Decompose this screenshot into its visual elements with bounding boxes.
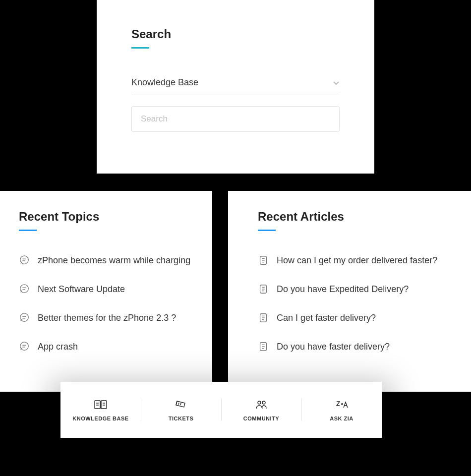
article-label: Do you have Expedited Delivery? bbox=[277, 284, 409, 295]
nav-label: KNOWLEDGE BASE bbox=[72, 416, 128, 421]
chat-icon bbox=[19, 255, 30, 266]
book-icon bbox=[94, 399, 108, 411]
svg-point-37 bbox=[258, 401, 261, 404]
article-label: Do you have faster delivery? bbox=[277, 342, 390, 352]
topic-label: zPhone becomes warm while charging bbox=[38, 255, 190, 266]
title-underline bbox=[258, 230, 276, 231]
recent-articles-list: How can I get my order delivered faster?… bbox=[258, 255, 452, 352]
svg-point-38 bbox=[262, 401, 265, 404]
list-item[interactable]: zPhone becomes warm while charging bbox=[19, 255, 193, 266]
article-icon bbox=[258, 255, 269, 266]
ticket-icon bbox=[174, 399, 188, 411]
zia-icon bbox=[335, 399, 349, 411]
search-card: Search Knowledge Base bbox=[97, 0, 374, 174]
article-icon bbox=[258, 284, 269, 295]
search-title: Search bbox=[131, 27, 340, 41]
article-label: Can I get faster delivery? bbox=[277, 313, 376, 323]
recent-topics-card: Recent Topics zPhone becomes warm while … bbox=[0, 191, 212, 392]
svg-rect-29 bbox=[101, 401, 107, 409]
chat-icon bbox=[19, 312, 30, 323]
list-item[interactable]: Can I get faster delivery? bbox=[258, 312, 452, 323]
chat-icon bbox=[19, 341, 30, 352]
topic-label: Better themes for the zPhone 2.3 ? bbox=[38, 313, 176, 323]
list-item[interactable]: Better themes for the zPhone 2.3 ? bbox=[19, 312, 193, 323]
svg-line-36 bbox=[180, 403, 181, 405]
list-item[interactable]: Next Software Update bbox=[19, 284, 193, 295]
search-scope-select[interactable]: Knowledge Base bbox=[131, 77, 340, 95]
article-icon bbox=[258, 341, 269, 352]
nav-item-community[interactable]: COMMUNITY bbox=[221, 382, 301, 438]
list-item[interactable]: App crash bbox=[19, 341, 193, 352]
nav-label: TICKETS bbox=[169, 416, 194, 421]
search-scope-label: Knowledge Base bbox=[131, 77, 198, 88]
chat-icon bbox=[19, 284, 30, 295]
svg-rect-28 bbox=[95, 401, 100, 409]
recent-topics-title: Recent Topics bbox=[19, 210, 193, 224]
nav-label: ASK ZIA bbox=[330, 416, 353, 421]
list-item[interactable]: Do you have Expedited Delivery? bbox=[258, 284, 452, 295]
nav-label: COMMUNITY bbox=[243, 416, 279, 421]
nav-bar: KNOWLEDGE BASE TICKETS COMMUNITY ASK ZIA bbox=[60, 382, 382, 438]
list-item[interactable]: Do you have faster delivery? bbox=[258, 341, 452, 352]
topic-label: Next Software Update bbox=[38, 284, 125, 295]
title-underline bbox=[19, 230, 37, 231]
nav-item-ask-zia[interactable]: ASK ZIA bbox=[301, 382, 382, 438]
nav-item-knowledge-base[interactable]: KNOWLEDGE BASE bbox=[60, 382, 141, 438]
svg-line-35 bbox=[178, 403, 179, 405]
article-icon bbox=[258, 312, 269, 323]
nav-item-tickets[interactable]: TICKETS bbox=[141, 382, 221, 438]
title-underline bbox=[131, 47, 149, 49]
community-icon bbox=[254, 399, 268, 411]
recent-topics-list: zPhone becomes warm while charging Next … bbox=[19, 255, 193, 352]
svg-point-39 bbox=[342, 403, 343, 404]
list-item[interactable]: How can I get my order delivered faster? bbox=[258, 255, 452, 266]
search-input[interactable] bbox=[131, 106, 340, 132]
article-label: How can I get my order delivered faster? bbox=[277, 255, 437, 266]
recent-articles-title: Recent Articles bbox=[258, 210, 452, 224]
chevron-down-icon bbox=[333, 79, 340, 86]
topic-label: App crash bbox=[38, 342, 78, 352]
recent-articles-card: Recent Articles How can I get my order d… bbox=[228, 191, 471, 392]
